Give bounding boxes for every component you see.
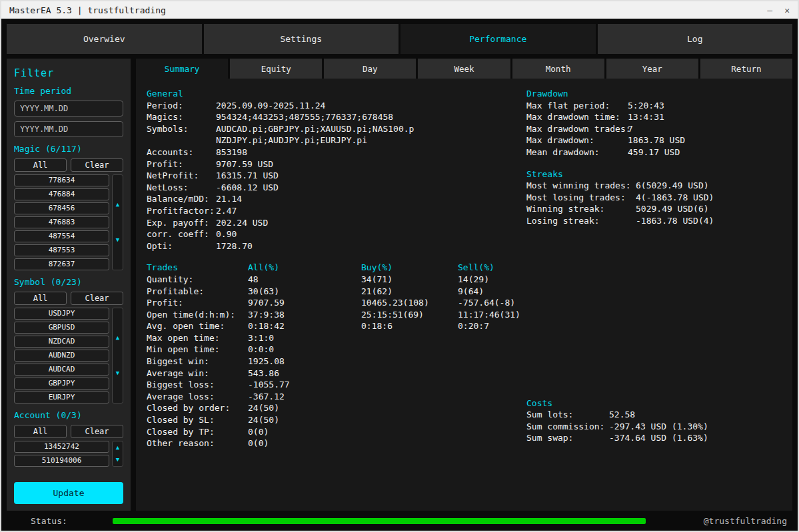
trade-label: Biggest loss: — [147, 379, 248, 391]
tab-year[interactable]: Year — [606, 59, 698, 79]
trade-label: Max open time: — [147, 332, 248, 344]
tab-week[interactable]: Week — [418, 59, 510, 79]
symbol-item[interactable]: USDJPY — [14, 308, 109, 320]
trade-label: Other reason: — [147, 437, 248, 449]
magic-item[interactable]: 487553 — [14, 244, 109, 256]
symbol-item[interactable]: AUDNZD — [14, 350, 109, 362]
stat-value: -1863.78 USD(4) — [636, 215, 714, 227]
trades-rows: Quantity: 48 34(71) 14(29) Profitable: 3… — [147, 274, 526, 449]
trade-row: Profit: 9707.59 10465.23(108) -757.64(-8… — [147, 297, 526, 309]
stat-label: Accounts: — [147, 146, 216, 158]
stat-row: Sum swap: -374.64 USD (1.63%) — [526, 432, 787, 444]
scroll-up-icon[interactable]: ▲ — [113, 199, 123, 210]
stat-label: Sum commission: — [526, 421, 609, 433]
stat-row: Max drawdown trades: 7 — [526, 123, 787, 135]
scroll-down-icon[interactable]: ▼ — [113, 454, 123, 465]
tab-return[interactable]: Return — [700, 59, 792, 79]
magic-clear-button[interactable]: Clear — [71, 158, 123, 172]
symbol-item[interactable]: GBPJPY — [14, 378, 109, 390]
app-body: Overwiev Settings Performance Log Filter… — [1, 19, 798, 511]
magic-item[interactable]: 487554 — [14, 230, 109, 242]
magic-item[interactable]: 678456 — [14, 202, 109, 214]
stat-value: 1728.70 — [216, 240, 253, 252]
stat-row: Opti: 1728.70 — [147, 240, 526, 252]
progress-bar — [113, 518, 646, 524]
status-bar: Status: @trustfultrading — [1, 511, 798, 531]
stat-label: Max drawdown: — [526, 134, 628, 146]
symbol-clear-button[interactable]: Clear — [71, 292, 123, 305]
minimize-icon[interactable]: — — [767, 5, 772, 15]
tab-summary[interactable]: Summary — [136, 59, 228, 79]
account-items: 13452742 510194006 — [14, 439, 109, 467]
magic-item[interactable]: 778634 — [14, 174, 109, 186]
magic-section-label: Magic (6/117) — [14, 144, 123, 154]
scroll-down-icon[interactable]: ▼ — [113, 234, 123, 246]
magic-item[interactable]: 476883 — [14, 216, 109, 228]
tab-log[interactable]: Log — [598, 24, 793, 54]
stat-value: 1863.78 USD — [628, 134, 685, 146]
stat-label: Most losing trades: — [526, 192, 636, 204]
general-rows: Period: 2025.09.09-2025.11.24 Magics: 95… — [147, 100, 526, 252]
window-controls: — ✕ — [767, 5, 790, 15]
stat-value: 5:20:43 — [628, 100, 664, 112]
trade-label: Quantity: — [147, 274, 248, 286]
date-from-input[interactable] — [14, 101, 123, 117]
symbol-item[interactable]: AUDCAD — [14, 364, 109, 376]
streaks-title: Streaks — [526, 168, 787, 180]
account-item[interactable]: 13452742 — [14, 441, 109, 453]
stat-value: 202.24 USD — [216, 217, 268, 229]
magic-item[interactable]: 476884 — [14, 188, 109, 200]
account-clear-button[interactable]: Clear — [71, 425, 123, 438]
trade-row: Max open time: 3:1:0 — [147, 332, 526, 344]
tab-settings[interactable]: Settings — [204, 24, 399, 54]
stat-row: Most winning trades: 6(5029.49 USD) — [526, 180, 787, 192]
update-button[interactable]: Update — [14, 482, 123, 504]
account-scrollbar[interactable]: ▲ ▼ — [112, 441, 123, 467]
filter-title: Filter — [14, 67, 123, 79]
account-all-button[interactable]: All — [14, 425, 67, 438]
stat-row: Period: 2025.09.09-2025.11.24 — [147, 100, 526, 112]
symbol-all-button[interactable]: All — [14, 292, 67, 305]
trade-buy-value — [361, 379, 458, 391]
symbol-item[interactable]: NZDCAD — [14, 336, 109, 348]
scroll-up-icon[interactable]: ▲ — [113, 442, 123, 453]
stat-value: -374.64 USD (1.63%) — [609, 432, 708, 444]
scroll-down-icon[interactable]: ▼ — [113, 368, 123, 379]
trade-row: Profitable: 30(63) 21(62) 9(64) — [147, 286, 526, 298]
stat-value: 0.90 — [216, 228, 237, 240]
stat-row: Max drawdown: 1863.78 USD — [526, 134, 787, 146]
tab-day[interactable]: Day — [324, 59, 416, 79]
tab-performance[interactable]: Performance — [400, 24, 596, 54]
progress-fill — [113, 518, 646, 524]
filter-sidebar: Filter Time period Magic (6/117) All Cle… — [7, 59, 131, 511]
trade-sell-value — [458, 414, 526, 426]
trade-row: Closed by order: 24(50) — [147, 402, 526, 414]
symbol-item[interactable]: EURJPY — [14, 392, 109, 403]
stat-row: corr. coeff: 0.90 — [147, 228, 526, 240]
trade-all-value: 543.86 — [248, 368, 361, 380]
magic-scrollbar[interactable]: ▲ ▼ — [112, 174, 123, 270]
trade-row: Open time(d:h:m): 37:9:38 25:15:51(69) 1… — [147, 309, 526, 321]
tab-overview[interactable]: Overwiev — [7, 24, 202, 54]
account-item[interactable]: 510194006 — [14, 455, 109, 467]
symbol-scrollbar[interactable]: ▲ ▼ — [112, 308, 123, 403]
trade-buy-value: 10465.23(108) — [361, 297, 458, 309]
streaks-section: Streaks Most winning trades: 6(5029.49 U… — [526, 168, 787, 227]
account-list: 13452742 510194006 ▲ ▼ — [14, 439, 123, 467]
trade-label: Average win: — [147, 368, 248, 380]
tab-month[interactable]: Month — [512, 59, 604, 79]
magic-item[interactable]: 872637 — [14, 258, 109, 270]
date-to-input[interactable] — [14, 121, 123, 137]
drawdown-rows: Max flat period: 5:20:43 Max drawdown ti… — [526, 100, 787, 158]
trade-row: Closed by SL: 24(50) — [147, 414, 526, 426]
trade-all-value: 0:0:0 — [248, 344, 361, 356]
trade-label: Biggest win: — [147, 356, 248, 368]
magic-all-button[interactable]: All — [14, 158, 67, 172]
close-icon[interactable]: ✕ — [784, 5, 790, 15]
scroll-up-icon[interactable]: ▲ — [113, 332, 123, 344]
stat-row: Max drawdown time: 13:4:31 — [526, 111, 787, 123]
symbol-item[interactable]: GBPUSD — [14, 322, 109, 334]
tab-equity[interactable]: Equity — [230, 59, 322, 79]
magic-actions: All Clear — [14, 158, 123, 172]
sub-tabs: Summary Equity Day Week Month Year Retur… — [136, 59, 792, 79]
